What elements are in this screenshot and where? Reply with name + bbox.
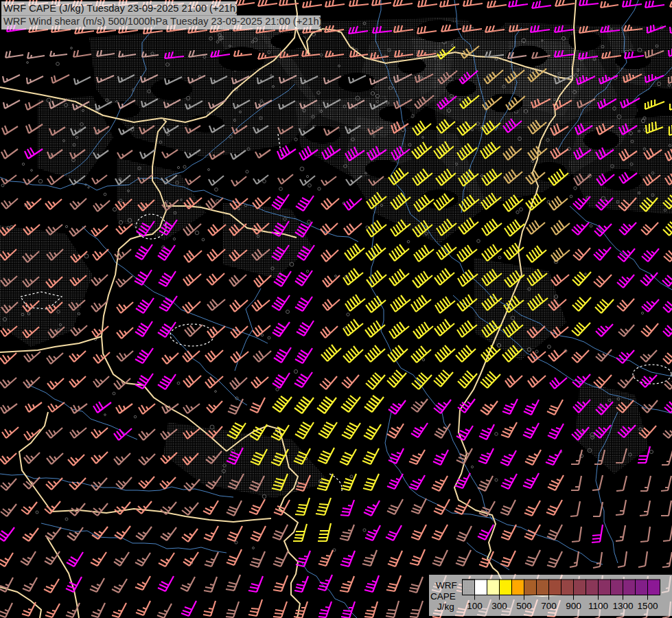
- svg-text:300: 300: [491, 601, 507, 611]
- svg-text:1500: 1500: [637, 601, 658, 611]
- svg-text:WRF CAPE (J/kg) Tuesday 23-09-: WRF CAPE (J/kg) Tuesday 23-09-2025 21:00…: [3, 3, 239, 14]
- svg-text:WRF: WRF: [436, 580, 457, 591]
- svg-text:900: 900: [566, 601, 581, 611]
- svg-text:CAPE: CAPE: [430, 591, 456, 602]
- svg-text:100: 100: [467, 601, 483, 611]
- svg-text:500: 500: [516, 601, 532, 611]
- svg-text:1100: 1100: [588, 601, 608, 611]
- svg-text:J/kg: J/kg: [437, 602, 454, 612]
- svg-text:WRF Wind shear (m/s) 500/1000h: WRF Wind shear (m/s) 500/1000hPa Tuesday…: [3, 16, 322, 27]
- svg-text:700: 700: [541, 601, 557, 611]
- svg-text:1300: 1300: [612, 601, 633, 611]
